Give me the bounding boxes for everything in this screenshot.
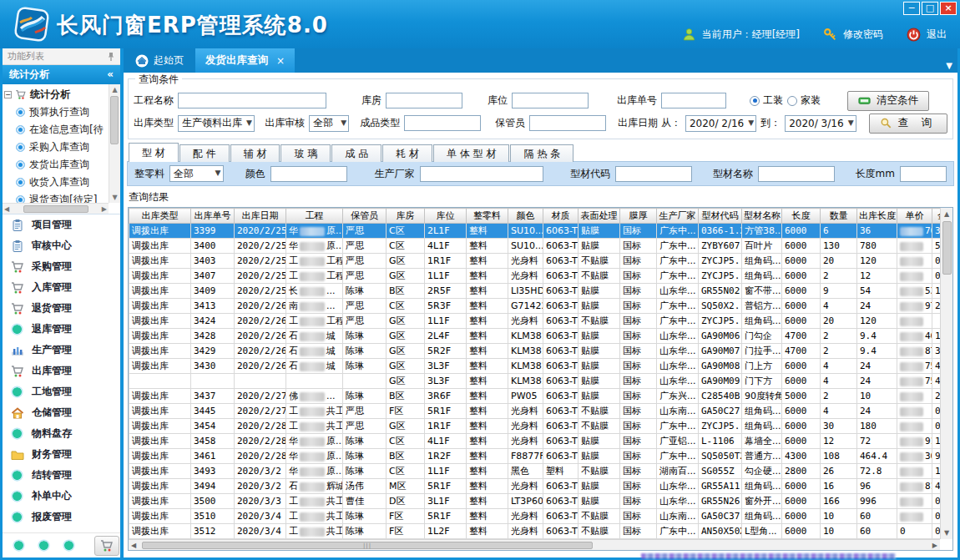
scroll-up-icon[interactable]: ▲ <box>112 86 117 93</box>
table-row-1[interactable]: 调拨出库33992020/2/25华原...严思C区2L1F整料SU10...6… <box>129 224 952 239</box>
material-tab-7[interactable]: 单 体 型 材 <box>433 144 509 162</box>
table-row-2[interactable]: 调拨出库34002020/2/25华原...严思C区4L1F整料SU10...6… <box>129 239 952 254</box>
table-row-20[interactable]: 调拨出库35102020/3/4工共工程陈琳F区5R1F整料光身料6063-T5… <box>129 509 952 524</box>
sidebar-item-14[interactable]: 补单中心 <box>3 486 120 507</box>
table-row-10[interactable]: 调拨出库34302020/2/26石城陈琳G区3L3F整料KLM38176063… <box>129 359 952 374</box>
column-header-10[interactable]: 材质 <box>543 209 579 224</box>
column-header-1[interactable]: 出库类型 <box>129 209 191 224</box>
maximize-button[interactable]: □ <box>922 2 938 15</box>
tree-expander-icon[interactable]: − <box>4 91 12 98</box>
column-header-11[interactable]: 表面处理 <box>579 209 620 224</box>
column-header-6[interactable]: 库房 <box>387 209 425 224</box>
sidebar-item-6[interactable]: 退库管理 <box>3 319 120 340</box>
table-hscroll-thumb[interactable]: ||| <box>142 542 593 549</box>
column-header-3[interactable]: 出库日期 <box>235 209 286 224</box>
column-header-15[interactable]: 型材名称 <box>742 209 782 224</box>
table-row-14[interactable]: 调拨出库34542020/2/28工共工程严思G区1R1F整料光身料6063-T… <box>129 419 952 434</box>
table-row-3[interactable]: 调拨出库34032020/2/25工工程严思G区1R1F整料光身料6063-T5… <box>129 254 952 269</box>
tab-home[interactable]: 起始页 <box>124 48 195 73</box>
sidebar-item-3[interactable]: 采购管理 <box>3 256 120 277</box>
column-header-8[interactable]: 整零料 <box>467 209 508 224</box>
clear-conditions-button[interactable]: 清空条件 <box>847 91 929 111</box>
table-row-8[interactable]: 调拨出库34282020/2/26石城陈琳G区2L4F整料KLM38176063… <box>129 329 952 344</box>
sidebar-item-15[interactable]: 报废管理 <box>3 507 120 527</box>
table-row-17[interactable]: 调拨出库34932020/3/2华原...陈琳C区1L1F整料黑色塑料不贴膜国标… <box>129 464 952 479</box>
profile-code-input[interactable] <box>615 166 692 182</box>
material-tab-1[interactable]: 型 材 <box>129 143 179 162</box>
column-header-18[interactable]: 出库长度 <box>857 209 897 224</box>
minimize-button[interactable]: − <box>903 2 920 15</box>
tree-vscroll-thumb[interactable] <box>110 96 119 144</box>
tree-item-3[interactable]: 采购入库查询 <box>4 139 108 156</box>
table-row-19[interactable]: 调拨出库35002020/3/3工共工程曹佳D区3L1F整料LT3P606063… <box>129 494 952 509</box>
sidebar-item-5[interactable]: 退货管理 <box>3 298 120 319</box>
column-header-17[interactable]: 数量 <box>821 209 857 224</box>
table-vertical-scrollbar[interactable]: ▲▼ <box>940 208 952 539</box>
project-name-input[interactable] <box>178 93 326 108</box>
sidebar-item-8[interactable]: 出库管理 <box>3 361 120 381</box>
table-row-13[interactable]: 调拨出库34452020/2/27工共工程严思F区5R1F整料光身料6063-T… <box>129 404 952 419</box>
table-row-7[interactable]: 调拨出库34242020/2/26工工程严思G区1L1F整料光身料6063-T5… <box>129 314 952 329</box>
sidebar-item-1[interactable]: 项目管理 <box>3 214 120 235</box>
material-tab-6[interactable]: 耗 材 <box>382 144 432 162</box>
logout-link[interactable]: 退出 <box>927 28 947 42</box>
tab-active[interactable]: 发货出库查询 × <box>195 48 295 73</box>
out-type-select[interactable]: 生产领料出库▼ <box>178 115 255 132</box>
warehouse-input[interactable] <box>386 93 462 108</box>
length-mm-input[interactable] <box>900 166 947 182</box>
scroll-left-icon[interactable]: ◀ <box>4 205 9 213</box>
column-header-16[interactable]: 长度 <box>782 209 821 224</box>
column-header-13[interactable]: 生产厂家 <box>657 209 699 224</box>
scroll-right-icon[interactable]: ▶ <box>932 542 937 549</box>
table-row-11[interactable]: G区3L3F整料KLM38176063-T5贴膜国标山东华...GA90M09.… <box>129 374 952 389</box>
circle-icon[interactable] <box>13 539 25 552</box>
table-row-9[interactable]: 调拨出库34292020/2/26石城陈琳G区5R2F整料KLM38176063… <box>129 344 952 359</box>
scroll-down-icon[interactable]: ▼ <box>944 529 949 537</box>
table-vscroll-thumb[interactable] <box>942 221 952 275</box>
sidebar-item-7[interactable]: 生产管理 <box>3 340 120 361</box>
scroll-down-icon[interactable]: ▼ <box>112 194 117 201</box>
scroll-up-icon[interactable]: ▲ <box>944 210 949 218</box>
change-password-link[interactable]: 修改密码 <box>843 28 883 42</box>
material-tab-5[interactable]: 成 品 <box>331 144 381 162</box>
sidebar-item-2[interactable]: 审核中心 <box>3 235 120 256</box>
tree-root[interactable]: − 统计分析 <box>4 86 108 103</box>
date-to-picker[interactable]: 2020/ 3/16▼ <box>785 115 856 132</box>
color-input[interactable] <box>270 166 347 182</box>
keeper-input[interactable] <box>529 115 606 131</box>
table-row-4[interactable]: 调拨出库34072020/2/25工工程严思G区1L1F整料光身料6063-T5… <box>129 269 952 284</box>
location-input[interactable] <box>512 93 589 108</box>
sidebar-item-12[interactable]: 财务管理 <box>3 444 120 465</box>
out-audit-select[interactable]: 全部▼ <box>309 115 349 132</box>
table-row-6[interactable]: 调拨出库34132020/2/26南...严思C区5R3F整料G71422606… <box>129 299 952 314</box>
whole-part-select[interactable]: 全部▼ <box>169 165 224 182</box>
factory-input[interactable] <box>420 166 543 182</box>
product-type-input[interactable] <box>404 115 481 131</box>
tree-item-1[interactable]: 预算执行查询 <box>4 103 108 121</box>
table-row-18[interactable]: 调拨出库34942020/3/2石辉城汤伟M区5R1F整料光身料6063-T5贴… <box>129 479 952 494</box>
scroll-left-icon[interactable]: ◀ <box>131 542 136 549</box>
column-header-12[interactable]: 膜厚 <box>620 209 657 224</box>
table-horizontal-scrollbar[interactable]: ◀▶||| <box>129 539 940 550</box>
date-from-picker[interactable]: 2020/ 2/16▼ <box>685 115 756 132</box>
tab-list-dropdown-icon[interactable]: ▼ <box>946 61 952 70</box>
material-tab-3[interactable]: 辅 材 <box>230 144 280 162</box>
circle-icon[interactable] <box>38 539 50 552</box>
column-header-19[interactable]: 单价 <box>897 209 932 224</box>
material-tab-4[interactable]: 玻 璃 <box>280 144 331 162</box>
tree-item-6[interactable]: 退货查询[待定] <box>4 191 108 203</box>
table-row-15[interactable]: 调拨出库34582020/2/28华原...陈琳C区4L1F整料光身料6063-… <box>129 434 952 449</box>
column-header-2[interactable]: 出库单号 <box>191 209 235 224</box>
pin-icon[interactable] <box>107 52 115 62</box>
tree-item-2[interactable]: 在途信息查询[待 <box>4 121 108 139</box>
column-header-4[interactable]: 工程 <box>286 209 343 224</box>
material-tab-8[interactable]: 隔 热 条 <box>510 144 573 162</box>
table-row-5[interactable]: 调拨出库34092020/2/25长...陈琳B区2R5F整料LI35HD606… <box>129 284 952 299</box>
tree-horizontal-scrollbar[interactable]: ◀▶ <box>3 203 109 214</box>
scroll-right-icon[interactable]: ▶ <box>102 205 107 213</box>
order-no-input[interactable] <box>661 93 726 108</box>
statistics-group-header[interactable]: 统计分析 « <box>3 65 120 84</box>
sidebar-item-10[interactable]: 仓储管理 <box>3 402 120 423</box>
collapse-icon[interactable]: « <box>107 65 114 84</box>
tab-close-icon[interactable]: × <box>276 55 285 67</box>
